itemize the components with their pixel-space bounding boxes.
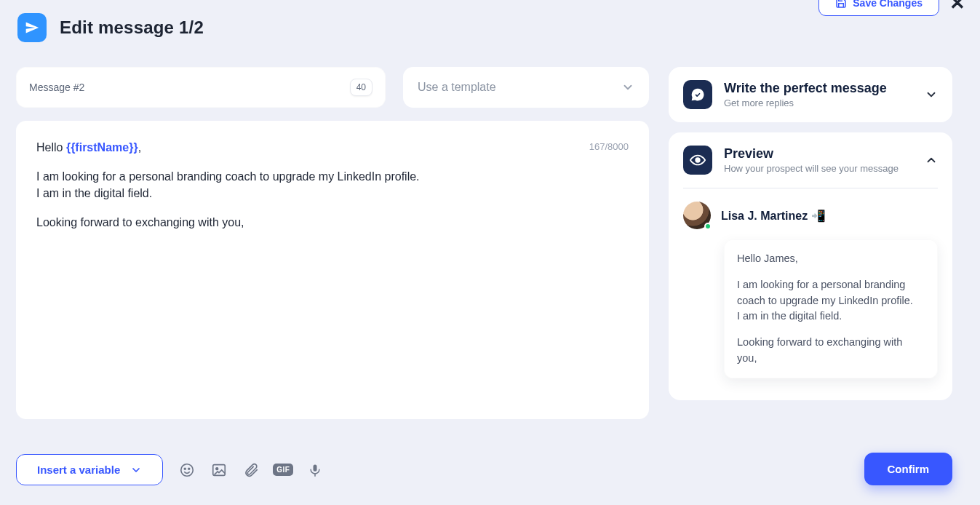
microphone-icon[interactable]	[307, 462, 323, 478]
preview-subtitle: How your prospect will see your message	[724, 163, 913, 174]
editor-char-counter: 167/8000	[589, 141, 629, 152]
attachment-icon[interactable]	[243, 462, 259, 478]
editor-line: Looking forward to exchanging with you,	[36, 215, 629, 231]
bubble-line: Hello James,	[737, 251, 925, 267]
template-placeholder: Use a template	[418, 81, 496, 94]
chevron-down-icon	[130, 464, 142, 476]
message-editor[interactable]: 167/8000 Hello {{firstName}}, I am looki…	[16, 121, 649, 419]
bubble-line: Looking forward to exchanging with you,	[737, 335, 925, 367]
editor-line: I am in the digital field.	[36, 186, 629, 202]
insert-variable-button[interactable]: Insert a variable	[16, 454, 163, 485]
greeting-suffix: ,	[138, 141, 141, 154]
chat-icon	[683, 80, 712, 109]
tips-card[interactable]: Write the perfect message Get more repli…	[669, 67, 952, 122]
template-select[interactable]: Use a template	[403, 67, 649, 108]
editor-line: I am looking for a personal branding coa…	[36, 169, 629, 185]
save-icon	[835, 0, 847, 9]
svg-point-2	[188, 468, 190, 469]
image-icon[interactable]	[211, 462, 227, 478]
gif-icon[interactable]: GIF	[275, 462, 291, 478]
svg-point-0	[181, 464, 194, 476]
confirm-button[interactable]: Confirm	[864, 453, 953, 485]
gif-label: GIF	[273, 464, 293, 476]
chevron-down-icon	[621, 81, 634, 94]
svg-point-1	[185, 468, 186, 469]
app-badge-icon	[17, 13, 47, 42]
preview-message-bubble: Hello James, I am looking for a personal…	[724, 239, 938, 378]
editor-body: Hello {{firstName}}, I am looking for a …	[36, 140, 629, 231]
save-changes-button[interactable]: Save Changes	[818, 0, 939, 16]
preview-title: Preview	[724, 146, 913, 162]
chevron-up-icon[interactable]	[925, 154, 938, 167]
tips-subtitle: Get more replies	[724, 98, 913, 108]
svg-point-4	[216, 467, 218, 469]
variable-token: {{firstName}}	[66, 141, 138, 154]
online-dot-icon	[704, 223, 712, 230]
preview-card: Preview How your prospect will see your …	[669, 132, 952, 400]
eye-icon	[683, 146, 712, 175]
chevron-down-icon	[925, 88, 938, 101]
avatar	[683, 202, 711, 229]
page-title: Edit message 1/2	[60, 17, 204, 38]
insert-variable-label: Insert a variable	[37, 464, 120, 476]
message-label-text: Message #2	[29, 81, 84, 93]
preview-person-name: Lisa J. Martinez 📲	[721, 209, 826, 223]
tips-title: Write the perfect message	[724, 81, 913, 96]
emoji-icon[interactable]	[179, 462, 195, 478]
bubble-line: I am in the digital field.	[737, 309, 925, 325]
bubble-line: I am looking for a personal branding coa…	[737, 277, 925, 309]
save-changes-label: Save Changes	[853, 0, 923, 9]
greeting-prefix: Hello	[36, 141, 66, 154]
close-icon[interactable]: ✕	[949, 0, 965, 15]
svg-point-6	[696, 158, 700, 162]
message-label-field[interactable]: Message #2 40	[16, 67, 386, 108]
confirm-label: Confirm	[888, 463, 930, 475]
message-char-count: 40	[350, 79, 373, 96]
